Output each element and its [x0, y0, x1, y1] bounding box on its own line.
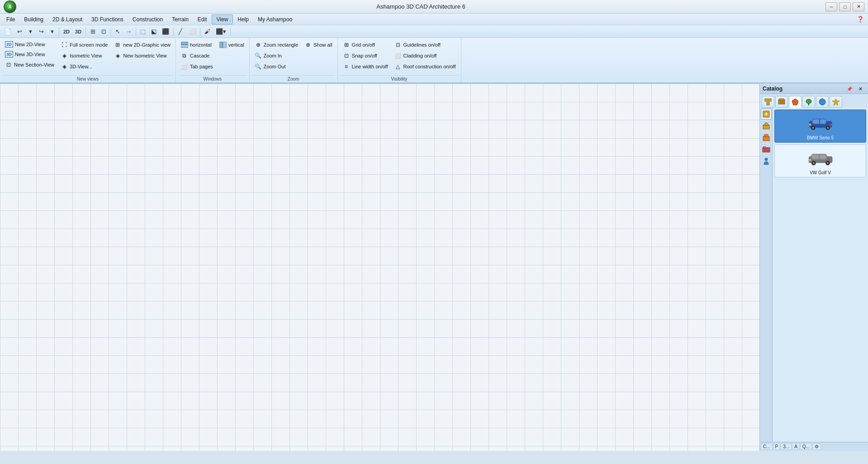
minimize-button[interactable]: ─ — [825, 2, 837, 11]
menu-help[interactable]: Help — [233, 14, 253, 24]
isometric-view-label: Isometric View — [70, 53, 102, 58]
undo-btn[interactable]: ↩ — [14, 27, 24, 37]
select2-btn[interactable]: ⬕ — [149, 27, 159, 37]
cat-side-tab-1[interactable] — [761, 109, 772, 120]
redo-btn[interactable]: ↪ — [36, 27, 46, 37]
menu-terrain[interactable]: Terrain — [167, 14, 193, 24]
svg-point-12 — [806, 99, 811, 104]
3d-mode-btn[interactable]: 3D — [73, 27, 84, 37]
new-btn[interactable]: 📄 — [2, 27, 14, 37]
zoom-out-icon: 🔍 — [255, 63, 262, 70]
svg-rect-20 — [763, 125, 769, 129]
new-2d-view-btn[interactable]: 2D New 2D-View — [3, 40, 57, 49]
select3-btn[interactable]: ⬛ — [160, 27, 171, 37]
catalog-pin-btn[interactable]: 📌 — [844, 85, 854, 92]
snap-onoff-btn[interactable]: ⊡ Snap on/off — [341, 51, 390, 61]
cat-bottom-tab-settings[interactable]: ⚙ — [812, 443, 821, 450]
ribbon-group-visibility: ⊞ Grid on/off ⊡ Snap on/off ≡ Line width… — [338, 38, 461, 82]
menu-edit[interactable]: Edit — [193, 14, 212, 24]
cat-side-tab-4[interactable] — [761, 144, 772, 155]
catalog-tab-selected[interactable] — [789, 96, 802, 108]
catalog-tab-nature[interactable] — [802, 96, 815, 108]
tab-pages-btn[interactable]: ⬜ Tab pages — [179, 62, 215, 72]
undo-drop-btn[interactable]: ▾ — [25, 27, 35, 37]
zoom-out-btn[interactable]: 🔍 Zoom Out — [252, 62, 300, 72]
wall-btn[interactable]: ⬜ — [186, 27, 198, 37]
cascade-btn[interactable]: ⧉ Cascade — [179, 51, 215, 61]
app-logo: A — [4, 0, 16, 13]
menu-my-ashampoo[interactable]: My Ashampoo — [253, 14, 297, 24]
catalog-tab-favorites[interactable] — [830, 96, 842, 108]
line-width-btn[interactable]: ≡ Line width on/off — [341, 62, 390, 72]
grid-btn[interactable]: ⊞ — [88, 27, 98, 37]
3d-view-btn[interactable]: ◈ 3D-View... — [58, 62, 110, 72]
cat-bottom-tab-q[interactable]: Q... — [800, 443, 812, 450]
svg-point-32 — [812, 126, 814, 129]
menu-file[interactable]: File — [2, 14, 19, 24]
cat-bottom-tab-p[interactable]: P — [773, 443, 781, 450]
new-2d-graphic-btn[interactable]: ⊞ new 2D-Graphic view — [112, 40, 173, 50]
show-all-btn[interactable]: ⊕ Show all — [302, 40, 335, 50]
new-isometric-view-btn[interactable]: ◈ New Isometric View — [112, 51, 173, 61]
svg-point-26 — [765, 158, 768, 161]
zoom-in-btn[interactable]: 🔍 Zoom In — [252, 51, 300, 61]
cat-bottom-tab-3[interactable]: 3... — [781, 443, 792, 450]
grid-icon: ⊞ — [343, 41, 350, 48]
ribbon-col-zoom-2: ⊕ Show all — [302, 40, 335, 50]
new-section-view-btn[interactable]: ⊡ New Section-View — [3, 60, 57, 70]
quick-toolbar: 📄 ↩ ▾ ↪ ▾ 2D 3D ⊞ ⊡ ↖ → ⬚ ⬕ ⬛ ╱ ⬜ 🖌 ⬛▾ — [0, 25, 868, 38]
svg-rect-7 — [768, 99, 771, 101]
catalog-tab-2[interactable] — [775, 96, 788, 108]
help-icon-btn[interactable]: ❓ — [854, 14, 866, 24]
maximize-button[interactable]: □ — [839, 2, 851, 11]
grid-onoff-btn[interactable]: ⊞ Grid on/off — [341, 40, 390, 50]
line-btn[interactable]: ╱ — [175, 27, 185, 37]
2d-mode-btn[interactable]: 2D — [61, 27, 72, 37]
catalog-tab-objects[interactable] — [762, 96, 774, 108]
fill-drop-btn[interactable]: ⬛▾ — [213, 27, 228, 37]
cat-side-tab-2[interactable] — [761, 120, 772, 131]
tab-pages-icon: ⬜ — [181, 63, 188, 70]
close-button[interactable]: ✕ — [853, 2, 864, 11]
catalog-tab-world[interactable] — [816, 96, 829, 108]
paint-btn[interactable]: 🖌 — [202, 27, 213, 37]
roof-construction-btn[interactable]: △ Roof construction on/off — [392, 62, 458, 72]
svg-rect-35 — [809, 123, 811, 125]
cat-side-tab-person[interactable] — [761, 156, 772, 167]
select-btn[interactable]: ⬚ — [138, 27, 148, 37]
catalog-close-btn[interactable]: ✕ — [855, 85, 865, 92]
sep5 — [173, 28, 174, 36]
ribbon-group-new-views: 2D New 2D-View 3D New 3D-View ⊡ New Sect… — [0, 38, 176, 82]
cascade-icon: ⧉ — [181, 52, 188, 59]
cursor-btn[interactable]: ↖ — [113, 27, 123, 37]
cat-side-tab-3[interactable] — [761, 132, 772, 143]
catalog-item-vw[interactable]: VW Golf V — [774, 144, 866, 177]
menu-building[interactable]: Building — [19, 14, 48, 24]
redo-drop-btn[interactable]: ▾ — [47, 27, 57, 37]
catalog-item-bmw[interactable]: BMW Serie 5 — [774, 110, 866, 143]
app-title: Ashampoo 3D CAD Architecture 6 — [16, 3, 825, 10]
new-3d-view-btn[interactable]: 3D New 3D-View — [3, 50, 57, 59]
guidelines-btn[interactable]: ⊡ Guidelines on/off — [392, 40, 458, 50]
menu-2d-layout[interactable]: 2D & Layout — [48, 14, 87, 24]
line-width-label: Line width on/off — [352, 64, 388, 69]
cat-bottom-tab-a[interactable]: A — [792, 443, 800, 450]
cat-bottom-tab-c[interactable]: C... — [761, 443, 773, 450]
menu-construction[interactable]: Construction — [128, 14, 167, 24]
ribbon-col-2: ⛶ Full screen mode ◈ Isometric View ◈ 3D… — [58, 40, 110, 72]
canvas-area[interactable] — [0, 84, 759, 451]
zoom-rectangle-btn[interactable]: ⊕ Zoom rectangle — [252, 40, 300, 50]
snap-btn[interactable]: ⊡ — [99, 27, 109, 37]
2d-icon: 2D — [5, 41, 13, 48]
pointer-btn[interactable]: → — [123, 27, 134, 37]
horizontal-btn[interactable]: horizontal — [179, 40, 215, 50]
menu-bar: File Building 2D & Layout 3D Functions C… — [0, 14, 868, 25]
isometric-view-btn[interactable]: ◈ Isometric View — [58, 51, 110, 61]
vertical-btn[interactable]: vertical — [217, 40, 247, 50]
zoom-in-label: Zoom In — [264, 53, 282, 58]
menu-view[interactable]: View — [212, 14, 233, 24]
toolbar-area: File Building 2D & Layout 3D Functions C… — [0, 14, 868, 84]
menu-3d-functions[interactable]: 3D Functions — [87, 14, 128, 24]
full-screen-mode-btn[interactable]: ⛶ Full screen mode — [58, 40, 110, 50]
cladding-btn[interactable]: ⬜ Cladding on/off — [392, 51, 458, 61]
